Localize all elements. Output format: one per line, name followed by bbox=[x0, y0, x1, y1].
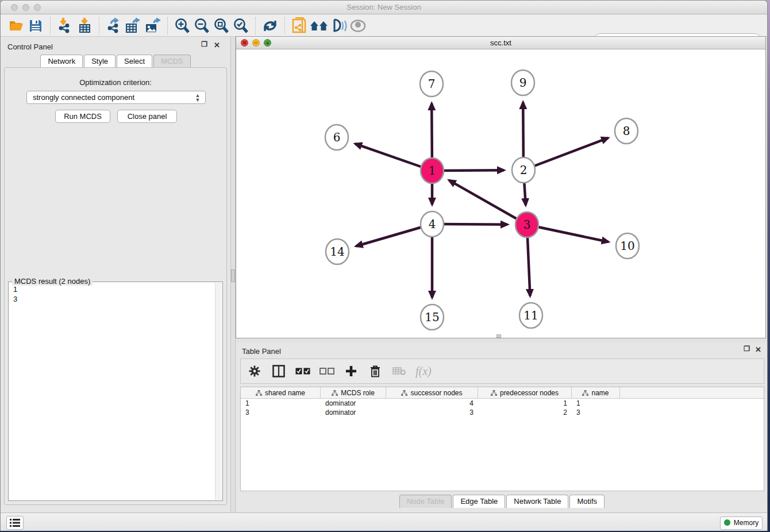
node-label-2: 2 bbox=[520, 163, 528, 177]
table-cell[interactable]: dominator bbox=[321, 399, 386, 408]
node-label-8: 8 bbox=[623, 124, 630, 138]
table-row[interactable]: 3dominator323 bbox=[241, 408, 764, 417]
column-type-icon bbox=[401, 390, 407, 396]
selected-option-label: strongly connected component bbox=[33, 93, 134, 102]
network-document-icon[interactable] bbox=[290, 17, 309, 35]
split-view-icon[interactable] bbox=[271, 363, 287, 380]
tab-mcds[interactable]: MCDS bbox=[153, 55, 190, 68]
split-grip[interactable] bbox=[496, 334, 501, 338]
gear-icon[interactable] bbox=[247, 363, 263, 380]
table-cell[interactable]: 4 bbox=[386, 399, 478, 408]
maximize-window-icon[interactable] bbox=[34, 4, 41, 11]
zoom-in-icon[interactable] bbox=[172, 17, 192, 35]
column-header-name[interactable]: name bbox=[572, 387, 620, 398]
control-panel-tabs: NetworkStyleSelectMCDS bbox=[1, 55, 230, 68]
table-cell[interactable]: 1 bbox=[572, 399, 620, 408]
edge-3-10[interactable] bbox=[527, 225, 609, 242]
node-label-15: 15 bbox=[425, 310, 439, 324]
mac-titlebar: Session: New Session bbox=[1, 1, 767, 14]
table-cell[interactable]: 2 bbox=[478, 408, 572, 417]
cyndex-icon[interactable] bbox=[329, 17, 348, 35]
float-panel-icon[interactable]: ❐ bbox=[201, 40, 207, 48]
node-label-11: 11 bbox=[523, 309, 538, 322]
close-panel-icon[interactable]: ✕ bbox=[214, 41, 220, 49]
tab-select[interactable]: Select bbox=[117, 55, 152, 68]
export-network-icon[interactable] bbox=[104, 17, 124, 35]
table-row[interactable]: 1dominator411 bbox=[241, 399, 764, 408]
optimization-criterion-select[interactable]: strongly connected component ▲▼ bbox=[26, 91, 206, 104]
zoom-selected-icon[interactable] bbox=[231, 17, 251, 35]
tab-network[interactable]: Network bbox=[40, 55, 83, 68]
tab-node-table[interactable]: Node Table bbox=[399, 495, 452, 508]
column-header-successor-nodes[interactable]: successor nodes bbox=[386, 387, 478, 398]
memory-status-icon bbox=[724, 519, 730, 526]
eye-icon[interactable] bbox=[348, 17, 368, 35]
save-session-icon[interactable] bbox=[26, 17, 45, 35]
network-minimize-icon[interactable]: − bbox=[252, 39, 260, 47]
column-header-MCDS-role[interactable]: MCDS role bbox=[321, 387, 386, 398]
network-window-titlebar[interactable]: ✕ − ＋ scc.txt bbox=[236, 37, 765, 49]
edge-3-1[interactable] bbox=[449, 180, 527, 225]
status-bar: Memory bbox=[1, 512, 767, 531]
node-label-9: 9 bbox=[519, 76, 527, 90]
table-panel-title: Table Panel bbox=[242, 347, 281, 356]
node-label-10: 10 bbox=[620, 239, 634, 253]
column-header-predecessor-nodes[interactable]: predecessor nodes bbox=[478, 387, 572, 398]
tab-edge-table[interactable]: Edge Table bbox=[453, 495, 505, 508]
column-type-icon bbox=[491, 390, 497, 396]
zoom-out-icon[interactable] bbox=[192, 17, 211, 35]
close-table-panel-icon[interactable]: ✕ bbox=[755, 345, 761, 354]
tab-motifs[interactable]: Motifs bbox=[569, 495, 605, 508]
table-cell[interactable]: 1 bbox=[478, 399, 572, 408]
open-session-icon[interactable] bbox=[6, 17, 26, 35]
task-history-button[interactable] bbox=[6, 516, 24, 530]
column-header-label: predecessor nodes bbox=[500, 389, 559, 397]
zoom-fit-icon[interactable] bbox=[211, 17, 231, 35]
delete-table-icon bbox=[391, 363, 407, 380]
apply-layout-icon[interactable] bbox=[260, 17, 280, 35]
network-canvas[interactable]: 1234678910111415 bbox=[236, 49, 765, 338]
control-panel-title: Control Panel bbox=[7, 43, 53, 51]
table-cell[interactable]: 3 bbox=[386, 408, 478, 417]
column-header-shared-name[interactable]: shared name bbox=[241, 387, 321, 398]
node-label-6: 6 bbox=[333, 130, 341, 144]
tab-style[interactable]: Style bbox=[84, 55, 116, 68]
divider-grip[interactable] bbox=[231, 269, 235, 282]
close-window-icon[interactable] bbox=[11, 4, 18, 11]
export-table-icon[interactable] bbox=[124, 17, 143, 35]
minimize-window-icon[interactable] bbox=[22, 4, 29, 11]
edge-2-8[interactable] bbox=[523, 138, 608, 170]
table-tabs: Node TableEdge TableNetwork TableMotifs bbox=[236, 495, 768, 508]
table-cell[interactable]: dominator bbox=[321, 408, 386, 417]
column-type-icon bbox=[256, 390, 262, 396]
import-table-icon[interactable] bbox=[75, 17, 94, 35]
toolbar-separator bbox=[284, 17, 285, 34]
control-panel: Control Panel ❐ ✕ NetworkStyleSelectMCDS… bbox=[1, 37, 230, 512]
network-graph[interactable]: 1234678910111415 bbox=[236, 49, 765, 338]
network-close-icon[interactable]: ✕ bbox=[241, 39, 248, 47]
float-table-panel-icon[interactable]: ❐ bbox=[744, 345, 750, 353]
mcds-result-box: MCDS result (2 nodes) 13 bbox=[8, 282, 223, 501]
network-maximize-icon[interactable]: ＋ bbox=[264, 39, 271, 47]
import-network-icon[interactable] bbox=[55, 17, 75, 35]
column-header-label: name bbox=[591, 389, 609, 397]
table-cell[interactable]: 3 bbox=[241, 408, 321, 417]
column-type-icon bbox=[332, 390, 338, 396]
export-image-icon[interactable] bbox=[143, 17, 163, 35]
memory-button[interactable]: Memory bbox=[720, 516, 763, 530]
run-mcds-button[interactable]: Run MCDS bbox=[55, 110, 110, 123]
table-cell[interactable]: 1 bbox=[241, 399, 321, 408]
mcds-result-title: MCDS result (2 nodes) bbox=[12, 277, 93, 286]
trash-icon[interactable] bbox=[367, 363, 383, 380]
close-panel-button[interactable]: Close panel bbox=[117, 110, 177, 123]
result-scrollbar[interactable] bbox=[215, 283, 222, 500]
table-cell[interactable]: 3 bbox=[572, 408, 620, 417]
tab-network-table[interactable]: Network Table bbox=[506, 495, 568, 508]
panel-divider[interactable] bbox=[230, 37, 236, 512]
checked-boxes-icon[interactable] bbox=[295, 363, 311, 380]
unchecked-boxes-icon[interactable] bbox=[319, 363, 335, 380]
list-icon bbox=[10, 519, 20, 527]
ndex-home-icon[interactable] bbox=[309, 17, 329, 35]
toolbar-separator bbox=[255, 17, 256, 34]
plus-icon[interactable] bbox=[343, 363, 359, 380]
